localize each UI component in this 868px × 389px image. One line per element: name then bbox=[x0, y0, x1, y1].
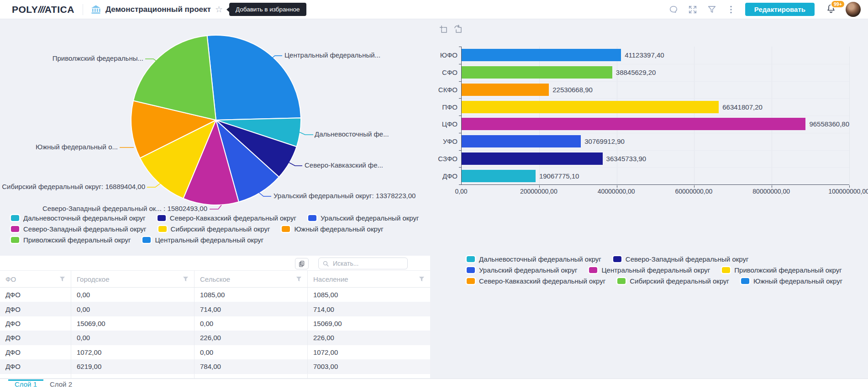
fullscreen-icon[interactable] bbox=[688, 5, 698, 15]
legend-label: Уральский федеральный округ bbox=[479, 266, 577, 274]
legend-item[interactable]: Сибирский федеральный округ bbox=[617, 277, 729, 285]
column-header[interactable]: Сельское bbox=[195, 271, 308, 287]
column-header-label: Сельское bbox=[200, 275, 230, 283]
bar[interactable] bbox=[462, 84, 549, 96]
reset-zoom-icon[interactable] bbox=[453, 24, 464, 35]
column-header[interactable]: Городское bbox=[71, 271, 195, 287]
column-filter-icon[interactable] bbox=[183, 276, 189, 282]
table-row[interactable]: ДФО15069,000,0015069,00 bbox=[0, 316, 430, 331]
legend-item[interactable]: Южный федеральный округ bbox=[282, 225, 383, 233]
bar[interactable] bbox=[462, 66, 612, 79]
legend-item[interactable]: Северо-Западный федеральный округ bbox=[613, 255, 749, 263]
bar-x-tick-label: 20000000,00 bbox=[520, 188, 558, 195]
table-row[interactable]: ДФО6219,00784,007003,00 bbox=[0, 359, 430, 373]
legend-row: Уральский федеральный округЦентральный ф… bbox=[467, 266, 842, 274]
search-icon bbox=[322, 260, 329, 267]
legend-label: Дальневосточный федеральный округ bbox=[23, 214, 146, 222]
edit-button[interactable]: Редактировать bbox=[745, 3, 815, 16]
table-cell: 226,00 bbox=[308, 331, 430, 345]
bar[interactable] bbox=[462, 170, 536, 182]
column-header[interactable]: ФО bbox=[0, 271, 71, 287]
bar-axis-tick bbox=[459, 116, 461, 116]
bar-category-label: СКФО bbox=[437, 81, 458, 99]
table-row[interactable]: ДФО1072,000,001072,00 bbox=[0, 345, 430, 359]
bar-category-label: СЗФО bbox=[437, 150, 458, 168]
bar-row: 36345733,90 bbox=[462, 150, 849, 168]
legend-item[interactable]: Дальневосточный федеральный округ bbox=[467, 255, 601, 263]
legend-item[interactable]: Северо-Кавказский федеральный округ bbox=[467, 277, 605, 285]
bar[interactable] bbox=[462, 49, 621, 61]
layer-tab[interactable]: Слой 2 bbox=[43, 380, 79, 389]
table-cell: ДФО bbox=[0, 288, 71, 302]
legend-label: Приволжский федеральный округ bbox=[23, 236, 131, 244]
column-filter-icon[interactable] bbox=[419, 276, 425, 282]
search-input[interactable] bbox=[332, 259, 404, 268]
legend-item[interactable]: Центральный федеральный округ bbox=[589, 266, 710, 274]
legend-item[interactable]: Приволжский федеральный округ bbox=[11, 236, 131, 244]
bar-row: 30769912,90 bbox=[462, 133, 849, 150]
legend-item[interactable]: Северо-Западный федеральный округ bbox=[11, 225, 147, 233]
polymatica-logo: POLY///ATICA bbox=[12, 4, 74, 15]
filter-icon[interactable] bbox=[707, 5, 717, 15]
legend-item[interactable]: Северо-Кавказский федеральный округ bbox=[158, 214, 296, 222]
pie-leader-line bbox=[289, 163, 302, 166]
logo-slashes: /// bbox=[38, 4, 45, 15]
table-cell: 6219,00 bbox=[71, 359, 195, 373]
notifications-bell[interactable]: 99+ bbox=[826, 3, 836, 16]
legend-item[interactable]: Дальневосточный федеральный округ bbox=[11, 214, 146, 222]
pie-callout-label: Приволжский федеральны... bbox=[0, 54, 143, 62]
data-table-panel: ФОГородскоеСельскоеНаселениеДФО0,001085,… bbox=[0, 256, 430, 378]
table-row[interactable]: ДФО0,001085,001085,00 bbox=[0, 288, 430, 302]
favorite-tooltip: Добавить в избранное bbox=[229, 3, 306, 16]
legend-item[interactable]: Уральский федеральный округ bbox=[467, 266, 577, 274]
pie-slice[interactable] bbox=[207, 35, 301, 120]
bar[interactable] bbox=[462, 135, 581, 147]
legend-label: Сибирский федеральный округ bbox=[630, 277, 729, 285]
bar-category-label: СФО bbox=[437, 64, 458, 81]
column-filter-icon[interactable] bbox=[296, 276, 302, 282]
bar-value-label: 96558360,80 bbox=[809, 120, 849, 128]
user-avatar[interactable] bbox=[846, 2, 861, 17]
page-title: Демонстрационный проект bbox=[105, 5, 211, 14]
table-cell: 15069,00 bbox=[308, 316, 430, 331]
table-cell: 0,00 bbox=[71, 288, 195, 302]
more-options-icon[interactable] bbox=[726, 5, 736, 15]
header-actions: Редактировать 99+ bbox=[668, 2, 868, 17]
table-cell: 0,00 bbox=[195, 316, 308, 331]
bar-value-label: 30769912,90 bbox=[584, 137, 625, 145]
legend-item[interactable]: Южный федеральный округ bbox=[741, 277, 842, 285]
column-header[interactable]: Население bbox=[308, 271, 430, 287]
favorite-star-icon[interactable]: ☆ bbox=[215, 4, 223, 15]
table-row[interactable]: ДФО0,00714,00714,00 bbox=[0, 302, 430, 316]
column-header-label: Городское bbox=[77, 275, 109, 283]
copy-table-button[interactable] bbox=[295, 258, 309, 269]
legend-item[interactable]: Уральский федеральный округ bbox=[308, 214, 419, 222]
bar[interactable] bbox=[462, 152, 603, 165]
legend-item[interactable]: Центральный федеральный округ bbox=[142, 236, 263, 244]
bar[interactable] bbox=[462, 101, 719, 113]
table-row[interactable]: ДФО0,00226,00226,00 bbox=[0, 331, 430, 345]
column-filter-icon[interactable] bbox=[59, 276, 65, 282]
legend-row: Дальневосточный федеральный округСеверо-… bbox=[467, 255, 842, 263]
table-cell: 226,00 bbox=[195, 331, 308, 345]
bar-axis-tick bbox=[459, 150, 461, 151]
legend-item[interactable]: Приволжский федеральный округ bbox=[722, 266, 842, 274]
legend-item[interactable]: Сибирский федеральный округ bbox=[158, 225, 270, 233]
bar-y-axis-labels: ЮФОСФОСКФОПФОЦФОУФОСЗФОДФО bbox=[437, 47, 458, 184]
zoom-selection-icon[interactable] bbox=[438, 24, 449, 35]
bar-row: 19067775,10 bbox=[462, 167, 849, 184]
bar-chart-toolbar bbox=[438, 24, 464, 35]
table-cell: 784,00 bbox=[195, 359, 308, 373]
legend-label: Северо-Западный федеральный округ bbox=[626, 255, 749, 263]
layer-tabs: Слой 1Слой 2 bbox=[0, 378, 868, 389]
legend-swatch bbox=[308, 215, 316, 221]
column-header-label: Население bbox=[313, 275, 348, 283]
logo-text: POLY bbox=[12, 4, 38, 15]
bar[interactable] bbox=[462, 118, 805, 130]
table-cell: 1085,00 bbox=[195, 288, 308, 302]
app-header: POLY///ATICA Демонстрационный проект ☆ Д… bbox=[0, 0, 868, 19]
layer-tab[interactable]: Слой 1 bbox=[8, 380, 43, 389]
comments-icon[interactable] bbox=[668, 5, 679, 15]
logo-text-2: ATICA bbox=[45, 4, 74, 15]
table-toolbar bbox=[0, 256, 430, 270]
